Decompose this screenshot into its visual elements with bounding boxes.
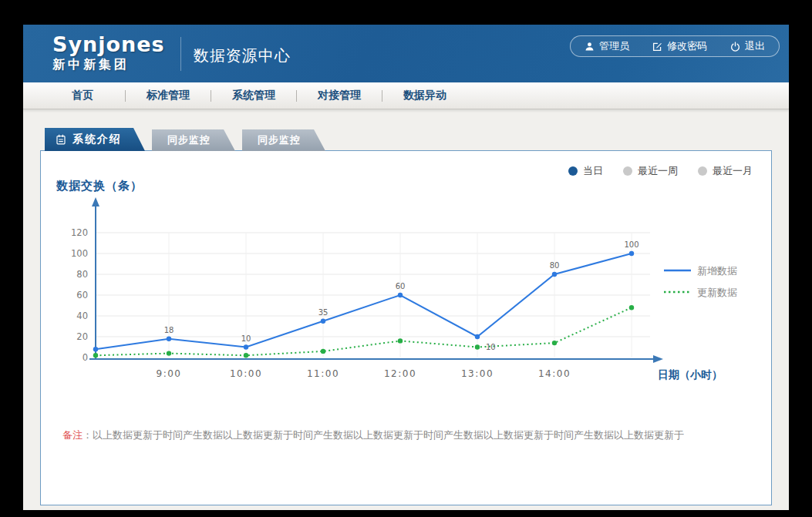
time-filter-option-0[interactable]: 当日 — [568, 164, 603, 178]
data-point — [321, 349, 325, 354]
y-tick-label: 0 — [83, 352, 88, 363]
y-tick-label: 60 — [76, 290, 88, 300]
data-point — [629, 305, 634, 310]
header-divider — [180, 37, 181, 71]
x-tick-label: 12:00 — [384, 368, 416, 379]
logo-text-en: Synjones — [52, 34, 165, 55]
x-axis-title: 日期（小时） — [658, 368, 723, 381]
data-point — [475, 334, 480, 339]
point-label: 10 — [241, 334, 251, 343]
x-tick-label: 14:00 — [538, 368, 571, 379]
screenshot-frame: Synjones 新中新集团 数据资源中心 管理员修改密码退出 首页标准管理系统… — [0, 0, 812, 517]
main-nav: 首页标准管理系统管理对接管理数据异动 — [23, 82, 789, 109]
chart-title: 数据交换（条） — [56, 179, 143, 193]
data-point — [244, 344, 248, 349]
tab-label: 同步监控 — [258, 134, 301, 146]
nav-item-2[interactable]: 系统管理 — [211, 89, 296, 102]
user-menu-label: 退出 — [745, 39, 765, 53]
legend-label-0: 新增数据 — [697, 265, 737, 277]
y-tick-label: 80 — [76, 269, 88, 280]
y-tick-label: 100 — [71, 248, 88, 259]
user-menu-label: 修改密码 — [667, 39, 707, 53]
footnote: 备注：以上数据更新于时间产生数据以上数据更新于时间产生数据以上数据更新于时间产生… — [62, 428, 684, 442]
data-point — [167, 351, 171, 355]
page-title: 数据资源中心 — [194, 45, 291, 66]
point-label: 10 — [486, 343, 496, 351]
point-label: 35 — [318, 308, 329, 317]
footnote-label: 备注 — [62, 429, 83, 441]
x-tick-label: 13:00 — [461, 368, 494, 379]
data-point — [398, 338, 403, 343]
x-tick-label: 10:00 — [230, 368, 262, 379]
tab-1[interactable]: 同步监控 — [152, 129, 235, 151]
time-filter-option-2[interactable]: 最近一月 — [698, 164, 753, 178]
data-point — [167, 337, 171, 341]
data-point — [552, 272, 557, 277]
nav-item-4[interactable]: 数据异动 — [382, 89, 467, 102]
logo-text-cn: 新中新集团 — [52, 57, 165, 73]
radio-label: 当日 — [583, 164, 603, 178]
clipboard-icon — [56, 134, 66, 145]
nav-item-1[interactable]: 标准管理 — [126, 89, 211, 102]
data-point — [321, 319, 325, 324]
point-label: 18 — [164, 326, 174, 334]
data-point — [398, 293, 403, 297]
point-label: 100 — [624, 240, 638, 249]
tab-label: 同步监控 — [167, 134, 211, 146]
footnote-text: ：以上数据更新于时间产生数据以上数据更新于时间产生数据以上数据更新于时间产生数据… — [83, 429, 684, 441]
legend-label-1: 更新数据 — [697, 287, 737, 298]
time-filter-option-1[interactable]: 最近一周 — [623, 164, 678, 178]
tab-bar: 系统介绍同步监控同步监控 — [45, 128, 789, 151]
line-chart: 0204060801001209:0010:0011:0012:0013:001… — [41, 193, 771, 425]
user-menu-label: 管理员 — [599, 39, 629, 53]
user-icon — [585, 42, 595, 52]
data-point — [475, 344, 480, 349]
series-line-1 — [96, 307, 632, 355]
user-menu-item-0[interactable]: 管理员 — [585, 39, 629, 53]
radio-dot — [568, 166, 578, 176]
time-filter-group: 当日最近一周最近一月 — [568, 164, 753, 178]
user-menu-item-2[interactable]: 退出 — [730, 39, 765, 53]
x-tick-label: 9:00 — [157, 368, 182, 379]
logo: Synjones 新中新集团 — [52, 34, 165, 73]
tab-label: 系统介绍 — [72, 133, 122, 146]
tab-2[interactable]: 同步监控 — [242, 129, 325, 151]
radio-dot — [698, 166, 707, 176]
data-point — [93, 353, 98, 358]
radio-label: 最近一月 — [713, 164, 753, 178]
point-label: 60 — [396, 282, 406, 290]
y-axis-arrow — [92, 197, 99, 206]
nav-item-0[interactable]: 首页 — [40, 89, 125, 102]
radio-dot — [623, 166, 632, 176]
point-label: 80 — [550, 261, 560, 270]
tab-0[interactable]: 系统介绍 — [45, 128, 145, 151]
x-axis-arrow — [653, 355, 663, 363]
app-header: Synjones 新中新集团 数据资源中心 管理员修改密码退出 — [23, 25, 789, 82]
page: Synjones 新中新集团 数据资源中心 管理员修改密码退出 首页标准管理系统… — [23, 25, 789, 510]
data-point — [629, 251, 634, 256]
y-tick-label: 20 — [76, 331, 88, 342]
power-icon — [730, 42, 740, 52]
data-point — [244, 353, 248, 358]
user-menu-item-1[interactable]: 修改密码 — [652, 39, 707, 53]
y-tick-label: 40 — [76, 311, 88, 321]
user-menu: 管理员修改密码退出 — [570, 35, 780, 57]
x-tick-label: 11:00 — [307, 368, 339, 379]
data-point — [552, 341, 557, 345]
radio-label: 最近一周 — [638, 164, 678, 178]
y-tick-label: 120 — [71, 227, 88, 238]
edit-icon — [652, 42, 662, 52]
content-panel: 当日最近一周最近一月 数据交换（条） 0204060801001209:0010… — [40, 150, 772, 505]
nav-item-3[interactable]: 对接管理 — [297, 89, 382, 102]
data-point — [93, 347, 98, 351]
